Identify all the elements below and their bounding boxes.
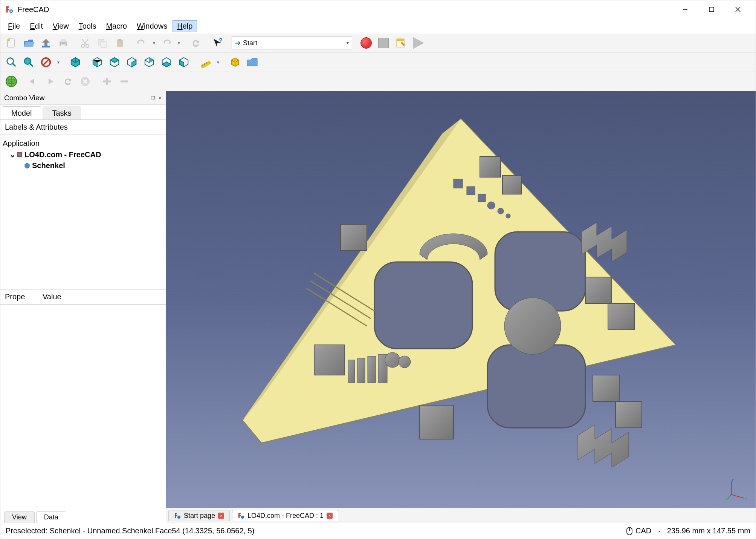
paste-button[interactable] <box>112 35 128 51</box>
fit-all-button[interactable] <box>3 54 19 70</box>
doc-tab-start[interactable]: Start page × <box>168 510 230 521</box>
macro-stop-button[interactable] <box>376 35 391 51</box>
tab-tasks[interactable]: Tasks <box>43 106 81 119</box>
browser-back-button[interactable] <box>25 74 41 89</box>
property-tab-view[interactable]: View <box>4 511 35 523</box>
status-dimensions: 235.96 mm x 147.55 mm <box>667 527 750 535</box>
menu-windows[interactable]: Windows <box>132 20 172 32</box>
isometric-button[interactable] <box>67 54 83 70</box>
tree-document[interactable]: ⌄ LO4D.com - FreeCAD <box>3 149 163 160</box>
browser-stop-button[interactable] <box>77 74 93 89</box>
new-button[interactable] <box>3 35 19 51</box>
doc-tab-active-label: LO4D.com - FreeCAD : 1 <box>247 512 324 520</box>
document-tabs: Start page × LO4D.com - FreeCAD : 1 × <box>166 508 756 523</box>
nav-style-selector[interactable]: CAD <box>626 526 651 536</box>
bottom-view-button[interactable] <box>159 54 174 70</box>
undo-button[interactable] <box>134 35 150 51</box>
tree-item-schenkel[interactable]: Schenkel <box>3 160 163 171</box>
rear-view-button[interactable] <box>141 54 157 70</box>
menu-edit[interactable]: Edit <box>25 20 47 32</box>
cut-button[interactable] <box>77 35 93 51</box>
draw-style-dropdown[interactable]: ▼ <box>55 54 61 70</box>
menu-help[interactable]: Help <box>173 20 197 32</box>
browser-home-button[interactable] <box>3 74 19 89</box>
axis-indicator: x y z <box>725 478 748 500</box>
measure-button[interactable] <box>198 54 214 70</box>
svg-point-68 <box>498 208 504 214</box>
menu-tools[interactable]: Tools <box>74 20 101 32</box>
refresh-button[interactable] <box>188 35 204 51</box>
chevron-down-icon: ▾ <box>347 40 349 46</box>
status-bar: Preselected: Schenkel - Unnamed.Schenkel… <box>0 523 756 539</box>
main-area: Combo View ❐ ✕ Model Tasks Labels & Attr… <box>0 91 756 523</box>
group-button[interactable] <box>244 54 260 70</box>
svg-rect-66 <box>478 194 486 202</box>
svg-text:y: y <box>725 496 727 500</box>
whats-this-button[interactable]: ? <box>210 35 226 51</box>
fit-selection-button[interactable] <box>21 54 37 70</box>
panel-close-button[interactable]: ✕ <box>158 95 162 101</box>
zoom-in-button[interactable] <box>99 74 115 89</box>
close-button[interactable] <box>725 0 751 18</box>
property-tab-data[interactable]: Data <box>36 511 66 523</box>
svg-rect-64 <box>454 179 463 188</box>
workbench-selector[interactable]: ➔ Start ▾ <box>232 37 352 49</box>
svg-rect-56 <box>480 156 501 177</box>
tab-model[interactable]: Model <box>2 106 41 119</box>
zoom-out-button[interactable] <box>116 74 132 89</box>
panel-float-button[interactable]: ❐ <box>151 95 155 101</box>
app-icon <box>5 5 14 14</box>
measure-dropdown[interactable]: ▼ <box>215 54 221 70</box>
copy-button[interactable] <box>95 35 110 51</box>
expand-icon[interactable]: ⌄ <box>9 150 15 159</box>
doc-tab-active[interactable]: LO4D.com - FreeCAD : 1 × <box>232 510 338 521</box>
svg-rect-51 <box>420 405 454 439</box>
doc-tab-start-label: Start page <box>184 512 215 520</box>
workbench-label: Start <box>243 39 257 47</box>
redo-dropdown[interactable]: ▼ <box>176 35 182 51</box>
close-icon[interactable]: × <box>218 513 224 519</box>
print-button[interactable] <box>55 35 71 51</box>
combo-tabs: Model Tasks <box>0 105 166 120</box>
macro-record-button[interactable] <box>358 35 374 51</box>
macro-edit-button[interactable] <box>393 35 409 51</box>
open-button[interactable] <box>21 35 37 51</box>
menu-view[interactable]: View <box>48 20 73 32</box>
tree-document-label: LO4D.com - FreeCAD <box>24 150 101 159</box>
left-view-button[interactable] <box>176 54 192 70</box>
property-header: Prope Value <box>0 289 166 305</box>
undo-dropdown[interactable]: ▼ <box>151 35 157 51</box>
tree-item-label: Schenkel <box>32 161 65 170</box>
redo-button[interactable] <box>159 35 174 51</box>
property-col-name: Prope <box>0 289 38 304</box>
close-icon[interactable]: × <box>327 513 333 519</box>
minimize-button[interactable] <box>672 0 698 18</box>
svg-point-63 <box>399 356 411 368</box>
svg-rect-55 <box>615 401 642 428</box>
part-button[interactable] <box>227 54 243 70</box>
menu-file[interactable]: File <box>3 20 24 32</box>
svg-rect-47 <box>487 345 585 428</box>
macro-play-button[interactable] <box>410 35 426 51</box>
maximize-button[interactable] <box>698 0 725 18</box>
svg-rect-3 <box>709 7 714 12</box>
3d-viewport[interactable]: x y z <box>166 91 756 508</box>
browser-forward-button[interactable] <box>43 74 58 89</box>
browser-refresh-button[interactable] <box>60 74 76 89</box>
top-view-button[interactable] <box>107 54 122 70</box>
front-view-button[interactable] <box>89 54 105 70</box>
menu-macro[interactable]: Macro <box>101 20 131 32</box>
svg-rect-17 <box>101 41 106 47</box>
right-view-button[interactable] <box>124 54 140 70</box>
toolbar-web <box>0 72 756 91</box>
model-render <box>166 91 756 508</box>
draw-style-button[interactable] <box>38 54 54 70</box>
svg-rect-19 <box>118 39 121 41</box>
save-button[interactable] <box>38 35 54 51</box>
part-icon <box>24 162 31 169</box>
tree-body[interactable]: Application ⌄ LO4D.com - FreeCAD Schenke… <box>0 135 166 289</box>
svg-point-1 <box>11 11 12 12</box>
property-body[interactable] <box>0 305 166 509</box>
property-tabs: View Data <box>0 509 166 523</box>
tree-app-root[interactable]: Application <box>3 138 163 149</box>
